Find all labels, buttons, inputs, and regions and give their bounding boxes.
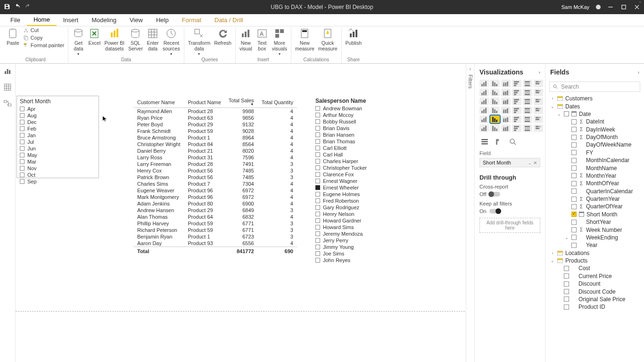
month-option[interactable]: Feb xyxy=(20,125,96,132)
sales-table[interactable]: Customer Name Product Name Total Sales▼ … xyxy=(133,97,287,255)
field-column[interactable]: Current Price xyxy=(548,272,644,280)
table-row[interactable]: Alan ThomasProduct 6468324 xyxy=(133,214,297,220)
month-option[interactable]: Jan xyxy=(20,132,96,139)
field-column[interactable]: Short Month xyxy=(548,211,644,218)
field-column[interactable]: ΣDayOfMonth xyxy=(548,133,644,141)
tab-format[interactable]: Format xyxy=(175,14,208,26)
field-column[interactable]: Cost xyxy=(548,264,644,272)
table-row[interactable]: Frank SchmidtProduct 5990284 xyxy=(133,128,297,134)
drill-drop-area[interactable]: Add drill-through fields here xyxy=(479,218,540,233)
salesperson-option[interactable]: Jeremy Mendoza xyxy=(315,230,395,237)
viz-type-icon[interactable] xyxy=(479,80,489,87)
salesperson-option[interactable]: Carl Elliott xyxy=(315,145,395,151)
viz-type-icon[interactable] xyxy=(534,98,543,105)
field-column[interactable]: ΣMonthOfYear xyxy=(548,180,644,187)
report-canvas[interactable]: Short Month AprAugDecFebJanJulJunMayMarN… xyxy=(16,64,474,362)
viz-type-icon[interactable] xyxy=(534,80,543,87)
table-row[interactable]: Phillip HarveyProduct 5967713 xyxy=(133,220,297,227)
field-column[interactable]: Discount xyxy=(548,280,644,288)
month-slicer[interactable]: Short Month AprAugDecFebJanJulJunMayMarN… xyxy=(17,96,99,178)
excel-button[interactable]: Excel xyxy=(88,27,100,46)
month-option[interactable]: Aug xyxy=(20,112,96,119)
get-data-button[interactable]: Get data▾ xyxy=(72,27,84,57)
sql-server-button[interactable]: SQL Server xyxy=(128,27,143,51)
viz-type-icon[interactable] xyxy=(501,80,511,87)
filters-rail[interactable]: ‹ Filters xyxy=(466,64,474,362)
table-row[interactable]: Adam JenkinsProduct 8069004 xyxy=(133,200,297,207)
table-row[interactable]: Bruce ArmstrongProduct 189644 xyxy=(133,134,297,141)
salesperson-option[interactable]: Andrew Bowman xyxy=(315,105,395,112)
salesperson-option[interactable]: Gary Rodriguez xyxy=(315,204,395,211)
undo-icon[interactable] xyxy=(14,3,21,11)
format-painter-button[interactable]: Format painter xyxy=(23,42,65,48)
viz-type-icon[interactable] xyxy=(501,98,511,105)
viz-type-icon[interactable] xyxy=(490,89,500,96)
field-column[interactable]: ⌄WeekEnding xyxy=(548,234,644,241)
new-measure-button[interactable]: New measure xyxy=(295,27,314,51)
table-row[interactable]: Andrew HansenProduct 2968493 xyxy=(133,207,297,214)
field-column[interactable]: FY xyxy=(548,149,644,156)
chevron-right-icon[interactable]: › xyxy=(539,70,540,75)
quick-measure-button[interactable]: Quick measure xyxy=(318,27,338,51)
viz-type-icon[interactable] xyxy=(479,98,489,105)
salesperson-option[interactable]: Brian Davis xyxy=(315,125,395,132)
viz-type-icon[interactable] xyxy=(512,89,521,96)
field-column[interactable]: ΣDateInt xyxy=(548,118,644,125)
table-row[interactable]: Mark MontgomeryProduct 9669724 xyxy=(133,194,297,200)
model-view-icon[interactable] xyxy=(3,99,12,108)
enter-data-button[interactable]: Enter data xyxy=(147,27,159,51)
publish-button[interactable]: Publish xyxy=(346,27,362,46)
table-row[interactable]: Ryan PriceProduct 6398564 xyxy=(133,115,297,121)
salesperson-option[interactable]: Charles Harper xyxy=(315,158,395,165)
viz-type-icon[interactable] xyxy=(479,107,489,114)
keep-filters-toggle[interactable]: On xyxy=(479,208,540,214)
salesperson-option[interactable]: Clarence Fox xyxy=(315,171,395,178)
viz-type-icon[interactable] xyxy=(490,80,500,87)
salesperson-option[interactable]: Ernest Wagner xyxy=(315,178,395,184)
month-option[interactable]: Nov xyxy=(20,165,96,172)
more-visuals-button[interactable]: More visuals▾ xyxy=(272,27,287,57)
salesperson-option[interactable]: Arthur Mccoy xyxy=(315,112,395,118)
field-column[interactable]: DayOfWeekName xyxy=(548,141,644,148)
chevron-left-icon[interactable]: ‹ xyxy=(470,66,471,72)
viz-type-icon[interactable] xyxy=(523,98,532,105)
field-column[interactable]: ⌄Date xyxy=(548,110,644,118)
field-table[interactable]: ⌄Products xyxy=(548,257,644,264)
salesperson-option[interactable]: Carl Hall xyxy=(315,151,395,158)
redo-icon[interactable] xyxy=(25,3,31,11)
field-column[interactable]: ΣWeek Number xyxy=(548,226,644,233)
field-column[interactable]: ShortYear xyxy=(548,218,644,226)
month-option[interactable]: Apr xyxy=(20,106,96,112)
viz-type-icon[interactable] xyxy=(479,89,489,96)
viz-type-icon[interactable] xyxy=(479,115,489,123)
remove-field-icon[interactable]: ✕ xyxy=(533,160,537,165)
viz-type-icon[interactable] xyxy=(501,107,511,114)
fields-tab-icon[interactable] xyxy=(480,138,489,148)
recent-sources-button[interactable]: Recent sources▾ xyxy=(163,27,180,57)
viz-type-icon[interactable] xyxy=(490,107,500,114)
tab-modeling[interactable]: Modeling xyxy=(85,14,123,26)
month-option[interactable]: Mar xyxy=(20,158,96,165)
minimize-icon[interactable] xyxy=(607,4,614,10)
copy-button[interactable]: Copy xyxy=(23,35,65,41)
col-product[interactable]: Product Name xyxy=(184,97,225,108)
table-row[interactable]: Larry RossProduct 3175964 xyxy=(133,154,297,161)
field-table[interactable]: ⌄Dates xyxy=(548,102,644,110)
field-column[interactable]: Product ID xyxy=(548,303,644,311)
field-column[interactable]: Original Sale Price xyxy=(548,296,644,303)
viz-type-icon[interactable] xyxy=(490,124,500,132)
table-row[interactable]: Richard PetersonProduct 5967713 xyxy=(133,227,297,233)
table-row[interactable]: Daniel BerryProduct 2180204 xyxy=(133,148,297,154)
report-view-icon[interactable] xyxy=(3,66,12,76)
cut-button[interactable]: Cut xyxy=(23,27,65,33)
viz-type-icon[interactable] xyxy=(523,124,532,132)
field-column[interactable]: MonthName xyxy=(548,164,644,172)
table-row[interactable]: Raymond AllenProduct 2899884 xyxy=(133,108,297,115)
viz-type-icon[interactable] xyxy=(501,124,511,132)
salesperson-option[interactable]: Christopher Tucker xyxy=(315,165,395,171)
viz-type-icon[interactable] xyxy=(523,107,532,114)
month-option[interactable]: Jul xyxy=(20,139,96,145)
table-row[interactable]: Peter BoydProduct 2991324 xyxy=(133,121,297,128)
paste-button[interactable]: Paste xyxy=(7,27,19,46)
chevron-right-icon[interactable]: › xyxy=(638,70,639,75)
